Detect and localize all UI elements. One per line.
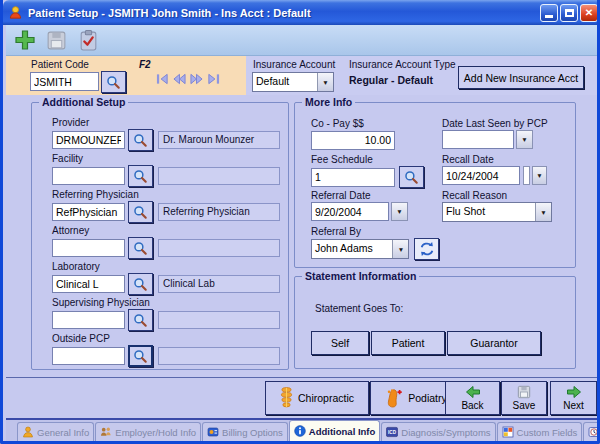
main-panel: Additional Setup Provider Dr. Maroun Mou… <box>6 95 600 377</box>
attorney-input[interactable] <box>52 239 125 257</box>
insurance-account-select[interactable]: Default ▼ <box>252 72 334 92</box>
fee-schedule-field: Fee Schedule <box>311 153 439 189</box>
outside-pcp-search-button[interactable] <box>128 345 153 367</box>
titlebar: Patient Setup - JSMITH John Smith - Ins … <box>3 0 600 25</box>
statement-self-button[interactable]: Self <box>311 331 369 355</box>
more-info-title: More Info <box>302 96 355 108</box>
tab-label: Employer/Hold Info <box>115 427 196 438</box>
co-pay-field: Co - Pay $$ <box>311 117 439 153</box>
minimize-icon <box>545 15 553 18</box>
laboratory-search-button[interactable] <box>128 273 153 295</box>
outside-pcp-field: Outside PCP <box>52 332 288 368</box>
attorney-search-button[interactable] <box>128 237 153 259</box>
patient-code-label: Patient Code <box>31 59 89 70</box>
chiropractic-label: Chiropractic <box>298 392 354 404</box>
referring-physician-input[interactable] <box>52 203 125 221</box>
statement-guarantor-button[interactable]: Guarantor <box>447 331 541 355</box>
next-record-button[interactable] <box>190 73 203 85</box>
refresh-icon <box>418 241 436 257</box>
provider-input[interactable] <box>52 131 125 149</box>
referring-physician-label: Referring Physician <box>52 188 288 201</box>
tab-diagnosis-symptoms[interactable]: ICD Diagnosis/Symptoms <box>381 422 495 441</box>
facility-search-button[interactable] <box>128 165 153 187</box>
toolbar <box>6 25 600 56</box>
outside-pcp-input[interactable] <box>52 347 125 365</box>
chevron-down-icon: ▼ <box>536 172 542 179</box>
minimize-button[interactable] <box>540 4 558 22</box>
chevron-down-icon[interactable]: ▼ <box>317 73 333 91</box>
chiropractic-button[interactable]: Chiropractic <box>265 381 369 415</box>
save-label: Save <box>513 400 536 411</box>
patient-search-button[interactable] <box>101 71 126 93</box>
save-toolbar-button[interactable] <box>42 27 71 54</box>
statement-goes-to-label: Statement Goes To: <box>315 303 403 314</box>
maximize-button[interactable] <box>560 4 578 22</box>
recall-date-input[interactable] <box>442 166 520 185</box>
search-icon <box>133 205 148 220</box>
chevron-down-icon: ▼ <box>396 208 402 215</box>
referral-by-select[interactable]: John Adams ▼ <box>311 239 409 259</box>
date-last-seen-input[interactable] <box>442 130 514 149</box>
provider-search-button[interactable] <box>128 129 153 151</box>
fee-schedule-input[interactable] <box>311 168 395 187</box>
additional-setup-group: Additional Setup Provider Dr. Maroun Mou… <box>31 102 289 370</box>
spine-icon <box>280 387 293 409</box>
referral-date-input[interactable] <box>311 202 389 221</box>
laboratory-field: Laboratory Clinical Lab <box>52 260 288 296</box>
referral-date-label: Referral Date <box>311 189 439 202</box>
search-icon <box>133 169 148 184</box>
add-patient-button[interactable] <box>10 27 39 54</box>
tab-label: Billing Options <box>222 427 283 438</box>
f2-shortcut-label: F2 <box>139 59 151 70</box>
tab-general-info[interactable]: General Info <box>17 422 94 441</box>
referring-physician-search-button[interactable] <box>128 201 153 223</box>
insurance-account-type-label: Insurance Account Type <box>349 59 456 70</box>
verify-button[interactable] <box>74 27 103 54</box>
svg-text:ICD: ICD <box>388 430 397 435</box>
search-icon <box>404 170 419 185</box>
tab-additional-info[interactable]: Additional Info <box>289 420 381 441</box>
facility-input[interactable] <box>52 167 125 185</box>
facility-field: Facility <box>52 152 288 188</box>
recall-date-spinner[interactable] <box>523 166 530 185</box>
laboratory-input[interactable] <box>52 275 125 293</box>
tab-billing-options[interactable]: Billing Options <box>202 422 288 441</box>
supervising-physician-input[interactable] <box>52 311 125 329</box>
provider-label: Provider <box>52 116 288 129</box>
chevron-down-icon: ▼ <box>521 136 527 143</box>
chevron-down-icon[interactable]: ▼ <box>535 203 551 221</box>
floppy-disk-icon <box>45 29 68 52</box>
fee-schedule-search-button[interactable] <box>399 166 424 188</box>
insurance-account-type-value: Regular - Default <box>349 74 433 86</box>
recall-date-dropdown-button[interactable]: ▼ <box>532 166 547 185</box>
tab-appointments[interactable]: Appointments <box>583 422 600 441</box>
tab-custom-fields[interactable]: Custom Fields <box>497 422 583 441</box>
laboratory-label: Laboratory <box>52 260 288 273</box>
search-icon <box>133 349 148 364</box>
co-pay-input[interactable] <box>311 131 395 150</box>
referral-by-refresh-button[interactable] <box>414 238 439 260</box>
plus-icon <box>13 28 37 52</box>
search-icon <box>133 277 148 292</box>
recall-reason-select[interactable]: Flu Shot ▼ <box>442 202 552 222</box>
patient-code-input[interactable] <box>30 72 99 91</box>
statement-patient-button[interactable]: Patient <box>371 331 445 355</box>
save-button[interactable]: Save <box>501 381 547 415</box>
last-record-button[interactable] <box>207 73 220 85</box>
previous-record-button[interactable] <box>173 73 186 85</box>
foot-icon <box>386 388 403 409</box>
add-new-insurance-acct-button[interactable]: Add New Insurance Acct <box>458 66 584 89</box>
supervising-physician-field: Supervising Physician <box>52 296 288 332</box>
date-last-seen-dropdown-button[interactable]: ▼ <box>516 130 533 149</box>
billing-icon <box>207 426 219 438</box>
next-button[interactable]: Next <box>550 381 597 415</box>
supervising-physician-search-button[interactable] <box>128 309 153 331</box>
back-button[interactable]: Back <box>445 381 500 415</box>
tab-employer-hold-info[interactable]: Employer/Hold Info <box>95 422 201 441</box>
recall-date-field: Recall Date ▼ <box>442 153 574 189</box>
supervising-physician-display <box>158 311 280 329</box>
close-button[interactable]: ✕ <box>580 4 598 22</box>
referral-date-dropdown-button[interactable]: ▼ <box>391 202 408 221</box>
first-record-button[interactable] <box>156 73 169 85</box>
chevron-down-icon[interactable]: ▼ <box>392 240 408 258</box>
